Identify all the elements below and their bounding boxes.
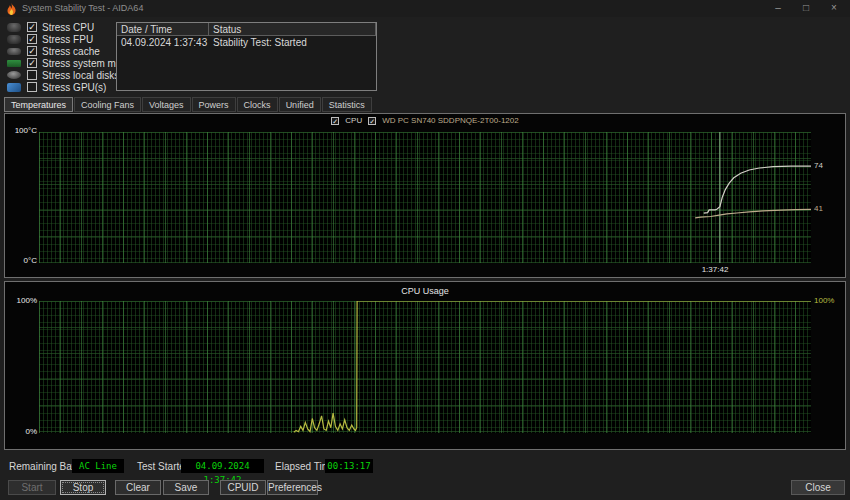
column-header-datetime[interactable]: Date / Time [117, 23, 208, 35]
legend-cpu-label: CPU [345, 116, 362, 125]
cpu-usage-chart-panel: CPU Usage 100% 100% 0% [4, 281, 846, 450]
stress-memory-checkbox[interactable]: ✓ [27, 58, 37, 68]
tab-powers[interactable]: Powers [192, 97, 236, 112]
cpu-temp-value-label: 74 [814, 161, 823, 170]
battery-value-display: AC Line [72, 459, 124, 473]
titlebar: System Stability Test - AIDA64 – □ × [0, 0, 850, 17]
tab-clocks[interactable]: Clocks [237, 97, 278, 112]
preferences-button[interactable]: Preferences [267, 480, 318, 495]
cpu-usage-plot-area [39, 301, 811, 433]
stress-option-disks[interactable]: Stress local disks [7, 69, 119, 81]
close-button[interactable]: Close [791, 480, 845, 495]
stop-button[interactable]: Stop [60, 480, 106, 495]
app-window: System Stability Test - AIDA64 – □ × ✓ S… [0, 0, 850, 500]
test-started-value-display: 04.09.2024 1:37:42 [181, 459, 264, 473]
close-window-icon[interactable]: × [820, 0, 848, 17]
table-row[interactable]: 04.09.2024 1:37:43 Stability Test: Start… [117, 36, 376, 49]
tab-cooling-fans[interactable]: Cooling Fans [74, 97, 141, 112]
stress-option-gpu[interactable]: Stress GPU(s) [7, 81, 106, 93]
gpu-icon [7, 83, 21, 92]
log-table: Date / Time Status 04.09.2024 1:37:43 St… [116, 22, 377, 91]
column-header-status[interactable]: Status [208, 23, 376, 35]
window-controls: – □ × [764, 0, 848, 17]
legend-cpu-checkbox[interactable]: ✓ [331, 117, 339, 125]
legend-disk-label: WD PC SN740 SDDPNQE-2T00-1202 [382, 116, 519, 125]
stress-fpu-checkbox[interactable]: ✓ [27, 34, 37, 44]
tab-voltages[interactable]: Voltages [142, 97, 191, 112]
cpu-icon [7, 23, 21, 32]
disk-temp-value-label: 41 [814, 204, 823, 213]
cache-icon [7, 48, 21, 55]
test-start-time-label: 1:37:42 [693, 265, 737, 274]
stress-option-fpu[interactable]: ✓ Stress FPU [7, 33, 93, 45]
minimize-icon[interactable]: – [764, 0, 792, 17]
log-table-header: Date / Time Status [117, 23, 376, 36]
window-title: System Stability Test - AIDA64 [22, 3, 143, 13]
chart-legend: ✓ CPU ✓ WD PC SN740 SDDPNQE-2T00-1202 [5, 116, 845, 125]
stress-option-cpu[interactable]: ✓ Stress CPU [7, 21, 94, 33]
fpu-icon [7, 35, 21, 44]
cpu-usage-title: CPU Usage [5, 286, 845, 296]
log-status-cell: Stability Test: Started [208, 36, 376, 49]
stress-cpu-label: Stress CPU [42, 22, 94, 33]
save-button[interactable]: Save [163, 480, 209, 495]
y-axis-max-label: 100°C [11, 126, 37, 135]
temperature-plot-area [39, 132, 811, 263]
stress-option-cache[interactable]: ✓ Stress cache [7, 45, 100, 57]
cpuid-button[interactable]: CPUID [220, 480, 266, 495]
tab-statistics[interactable]: Statistics [322, 97, 372, 112]
stress-gpu-label: Stress GPU(s) [42, 82, 106, 93]
aida64-flame-icon [6, 3, 17, 15]
legend-disk-checkbox[interactable]: ✓ [368, 117, 376, 125]
stress-cpu-checkbox[interactable]: ✓ [27, 22, 37, 32]
stress-fpu-label: Stress FPU [42, 34, 93, 45]
memory-icon [7, 60, 21, 67]
stress-disks-checkbox[interactable] [27, 70, 37, 80]
maximize-icon[interactable]: □ [792, 0, 820, 17]
tab-temperatures[interactable]: Temperatures [4, 97, 73, 112]
tab-unified[interactable]: Unified [279, 97, 321, 112]
stress-cache-checkbox[interactable]: ✓ [27, 46, 37, 56]
temperature-chart-panel: ✓ CPU ✓ WD PC SN740 SDDPNQE-2T00-1202 10… [4, 113, 846, 278]
usage-min-label: 0% [11, 427, 37, 436]
log-datetime-cell: 04.09.2024 1:37:43 [117, 36, 208, 49]
clear-button[interactable]: Clear [115, 480, 161, 495]
stress-cache-label: Stress cache [42, 46, 100, 57]
tabbar: Temperatures Cooling Fans Voltages Power… [4, 97, 373, 112]
elapsed-time-value-display: 00:13:17 [325, 459, 373, 473]
start-button[interactable]: Start [8, 480, 56, 495]
disk-icon [7, 71, 21, 79]
stress-gpu-checkbox[interactable] [27, 82, 37, 92]
usage-max-right-label: 100% [814, 296, 844, 305]
y-axis-min-label: 0°C [11, 256, 37, 265]
usage-max-left-label: 100% [11, 296, 37, 305]
stress-disks-label: Stress local disks [42, 70, 119, 81]
